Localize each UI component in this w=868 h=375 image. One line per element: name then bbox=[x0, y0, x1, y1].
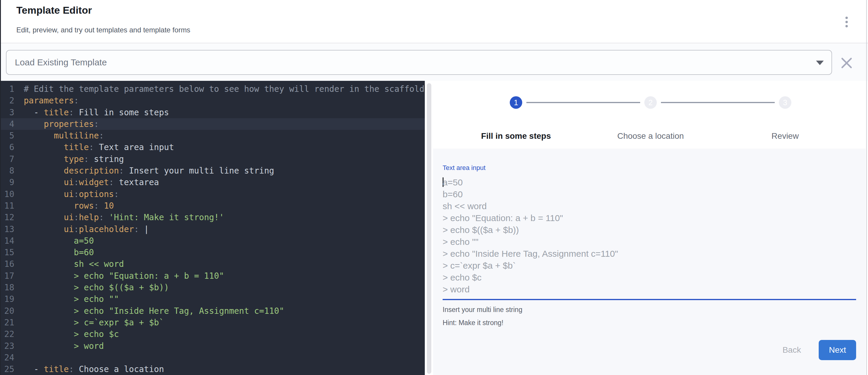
line-number: 15 bbox=[0, 247, 17, 258]
line-number: 17 bbox=[0, 270, 17, 282]
line-number: 16 bbox=[0, 258, 17, 270]
line-number: 2 bbox=[0, 95, 17, 106]
step-circle-3: 3 bbox=[779, 96, 792, 109]
load-template-placeholder: Load Existing Template bbox=[15, 51, 107, 74]
textarea-placeholder-line: > word bbox=[443, 283, 856, 295]
textarea-placeholder-line: > echo $c bbox=[443, 272, 856, 283]
code-line[interactable]: 21 > c=`expr $a + $b` bbox=[0, 317, 425, 329]
code-line[interactable]: 5 multiline: bbox=[0, 130, 425, 142]
code-line[interactable]: 17 > echo "Equation: a + b = 110" bbox=[0, 270, 425, 282]
code-line[interactable]: 4 properties: bbox=[0, 118, 425, 130]
code-line[interactable]: 25 - title: Choose a location bbox=[0, 364, 425, 375]
field-label: Text area input bbox=[443, 164, 856, 172]
line-number: 5 bbox=[0, 130, 17, 142]
code-line[interactable]: 14 a=50 bbox=[0, 235, 425, 247]
line-number: 1 bbox=[0, 83, 17, 95]
wizard-buttons-row: Back Next bbox=[443, 340, 856, 360]
textarea-placeholder-line: > echo "Inside Here Tag, Assignment c=11… bbox=[443, 248, 856, 260]
code-line[interactable]: 13 ui:placeholder: | bbox=[0, 223, 425, 235]
line-number: 25 bbox=[0, 364, 17, 375]
textarea-input[interactable]: a=50b=60sh << word> echo "Equation: a + … bbox=[443, 177, 856, 300]
editor-split-view: 1# Edit the template parameters below to… bbox=[0, 81, 868, 375]
textarea-placeholder-line: a=50 bbox=[443, 177, 856, 188]
line-number: 20 bbox=[0, 305, 17, 317]
code-line[interactable]: 11 rows: 10 bbox=[0, 200, 425, 212]
text-cursor bbox=[443, 178, 443, 187]
step-circle-2: 2 bbox=[644, 96, 657, 109]
code-line[interactable]: 22 > echo $c bbox=[0, 329, 425, 340]
line-number: 23 bbox=[0, 340, 17, 352]
line-number: 13 bbox=[0, 223, 17, 235]
step-label: Fill in some steps bbox=[481, 131, 551, 141]
next-button[interactable]: Next bbox=[819, 340, 856, 360]
more-options-button[interactable] bbox=[841, 14, 852, 30]
line-number: 10 bbox=[0, 188, 17, 200]
code-line[interactable]: 16 sh << word bbox=[0, 258, 425, 270]
dropdown-caret-icon[interactable] bbox=[816, 61, 824, 65]
code-line[interactable]: 24 bbox=[0, 352, 425, 364]
code-line[interactable]: 20 > echo "Inside Here Tag, Assignment c… bbox=[0, 305, 425, 317]
line-number: 12 bbox=[0, 212, 17, 223]
step-circle-1: 1 bbox=[510, 96, 522, 109]
window-left-edge bbox=[0, 0, 1, 375]
code-line[interactable]: 2parameters: bbox=[0, 95, 425, 106]
load-template-section: Load Existing Template bbox=[0, 44, 868, 81]
code-line[interactable]: 19 > echo "" bbox=[0, 293, 425, 305]
step-connector bbox=[526, 102, 640, 103]
code-line[interactable]: 15 b=60 bbox=[0, 247, 425, 258]
line-number: 24 bbox=[0, 352, 17, 364]
line-number: 8 bbox=[0, 165, 17, 177]
textarea-placeholder-line: > c=`expr $a + $b` bbox=[443, 260, 856, 272]
code-line[interactable]: 7 type: string bbox=[0, 153, 425, 165]
code-line[interactable]: 1# Edit the template parameters below to… bbox=[0, 83, 425, 95]
pane-scrollbar-thumb[interactable] bbox=[427, 83, 431, 374]
step-connector bbox=[661, 102, 775, 103]
field-description: Insert your multi line string bbox=[443, 306, 856, 314]
textarea-placeholder-line: > echo $(($a + $b)) bbox=[443, 224, 856, 236]
code-line[interactable]: 18 > echo $(($a + $b)) bbox=[0, 282, 425, 293]
textarea-placeholder-line: > echo "" bbox=[443, 236, 856, 248]
code-line[interactable]: 3 - title: Fill in some steps bbox=[0, 107, 425, 118]
yaml-code-editor[interactable]: 1# Edit the template parameters below to… bbox=[0, 81, 425, 375]
step-form-card: Text area input a=50b=60sh << word> echo… bbox=[433, 149, 866, 375]
line-number: 7 bbox=[0, 153, 17, 165]
more-vert-icon bbox=[845, 17, 848, 28]
line-number: 18 bbox=[0, 282, 17, 293]
template-preview-panel: 123 Fill in some stepsChoose a locationR… bbox=[433, 81, 868, 375]
line-number: 14 bbox=[0, 235, 17, 247]
line-number: 4 bbox=[0, 118, 17, 130]
line-number: 6 bbox=[0, 142, 17, 153]
close-icon bbox=[840, 56, 854, 70]
line-number: 19 bbox=[0, 293, 17, 305]
wizard-stepper: 123 Fill in some stepsChoose a locationR… bbox=[433, 96, 868, 147]
code-line[interactable]: 8 description: Insert your multi line st… bbox=[0, 165, 425, 177]
window-right-edge bbox=[866, 0, 867, 375]
line-number: 9 bbox=[0, 177, 17, 188]
code-line[interactable]: 10 ui:options: bbox=[0, 188, 425, 200]
code-line[interactable]: 6 title: Text area input bbox=[0, 142, 425, 153]
code-line[interactable]: 12 ui:help: 'Hint: Make it strong!' bbox=[0, 212, 425, 223]
step-label: Choose a location bbox=[617, 131, 684, 141]
line-number: 22 bbox=[0, 329, 17, 340]
page-subtitle: Edit, preview, and try out templates and… bbox=[16, 25, 190, 35]
line-number: 11 bbox=[0, 200, 17, 212]
textarea-placeholder-line: sh << word bbox=[443, 200, 856, 212]
page-header: Template Editor Edit, preview, and try o… bbox=[0, 0, 868, 43]
step-label: Review bbox=[771, 131, 799, 141]
back-button[interactable]: Back bbox=[778, 343, 805, 357]
field-help-text: Hint: Make it strong! bbox=[443, 318, 856, 327]
code-line[interactable]: 9 ui:widget: textarea bbox=[0, 177, 425, 188]
line-number: 3 bbox=[0, 107, 17, 118]
template-editor-page: Template Editor Edit, preview, and try o… bbox=[0, 0, 868, 375]
clear-template-button[interactable] bbox=[839, 55, 854, 71]
line-number: 21 bbox=[0, 317, 17, 329]
textarea-placeholder-line: b=60 bbox=[443, 188, 856, 200]
page-title: Template Editor bbox=[16, 2, 92, 18]
textarea-placeholder-line: > echo "Equation: a + b = 110" bbox=[443, 212, 856, 224]
code-line[interactable]: 23 > word bbox=[0, 340, 425, 352]
load-template-select[interactable]: Load Existing Template bbox=[6, 50, 832, 75]
